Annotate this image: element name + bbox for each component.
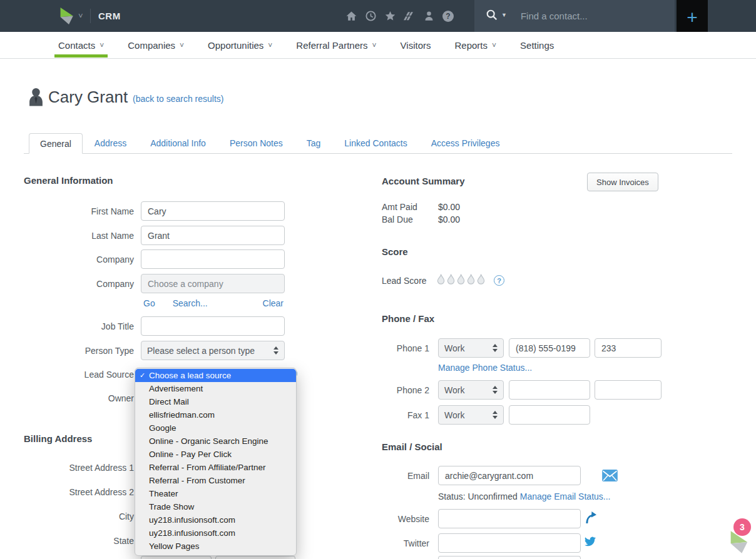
nav-item-opportunities[interactable]: Opportunities˅ — [208, 32, 272, 58]
fax1-number-field[interactable] — [509, 405, 590, 425]
brand-divider — [90, 9, 91, 23]
twitter-icon[interactable] — [583, 536, 597, 550]
lead-source-option-label: Yellow Pages — [149, 541, 200, 551]
street-address-2-label: Street Address 2 — [24, 487, 134, 497]
account-summary-heading: Account Summary — [382, 176, 465, 186]
tab-person-notes[interactable]: Person Notes — [218, 133, 295, 153]
partial-input[interactable] — [141, 556, 212, 559]
apps-icon[interactable] — [404, 10, 416, 22]
website-field[interactable] — [438, 509, 581, 528]
chevron-down-icon: ˅ — [492, 41, 496, 50]
search-icon[interactable] — [486, 9, 498, 24]
open-website-arrow-icon[interactable] — [585, 511, 597, 527]
lead-source-option-ellisfriedman-com[interactable]: ellisfriedman.com — [135, 408, 296, 421]
lead-score-label: Lead Score — [382, 276, 427, 286]
bal-due-label: Bal Due — [382, 214, 413, 224]
manage-email-status-link[interactable]: Manage Email Status... — [520, 491, 611, 501]
phone1-number-field[interactable] — [509, 338, 590, 358]
user-icon[interactable] — [423, 10, 435, 22]
company-picker-label: Company — [24, 279, 134, 289]
first-name-field[interactable] — [141, 201, 285, 221]
lead-source-label: Lead Source — [24, 370, 134, 380]
lead-source-option-online-pay-per-click[interactable]: Online - Pay Per Click — [135, 448, 296, 461]
go-link[interactable]: Go — [143, 298, 155, 308]
phone2-number-field[interactable] — [509, 380, 590, 400]
phone2-ext-field[interactable] — [595, 380, 662, 400]
fax1-label: Fax 1 — [319, 410, 429, 420]
lead-source-option-referral-from-customer[interactable]: Referral - From Customer — [135, 474, 296, 487]
lead-source-option-advertisement[interactable]: Advertisement — [135, 382, 296, 395]
partial-input[interactable] — [215, 556, 295, 559]
lead-score-help-icon[interactable]: ? — [494, 275, 504, 286]
job-title-field[interactable] — [141, 316, 285, 336]
add-button[interactable]: + — [677, 0, 708, 34]
phone1-ext-field[interactable] — [595, 338, 662, 358]
lead-source-dropdown: ✓Choose a lead sourceAdvertisementDirect… — [135, 368, 297, 556]
lead-source-option-google[interactable]: Google — [135, 421, 296, 435]
lead-source-option-label: Choose a lead source — [149, 371, 231, 380]
tab-address[interactable]: Address — [83, 133, 138, 153]
company-field[interactable] — [141, 249, 285, 269]
phone2-type-select[interactable]: Work — [438, 380, 504, 400]
clock-icon[interactable] — [365, 10, 377, 22]
fax1-type-value: Work — [444, 410, 489, 420]
nav-item-contacts[interactable]: Contacts˅ — [58, 32, 104, 58]
phone1-label: Phone 1 — [319, 343, 429, 353]
infusionsoft-logo-icon[interactable] — [59, 6, 76, 29]
manage-phone-status-link[interactable]: Manage Phone Status... — [438, 363, 532, 373]
lead-source-option-label: Advertisement — [149, 384, 203, 393]
lead-source-option-yellow-pages[interactable]: Yellow Pages — [135, 540, 296, 553]
search-input[interactable] — [521, 11, 652, 21]
record-tabs: GeneralAddressAdditional InfoPerson Note… — [24, 133, 732, 154]
select-stepper-icon — [273, 346, 278, 355]
lead-source-option-trade-show[interactable]: Trade Show — [135, 500, 296, 513]
lead-source-option-direct-mail[interactable]: Direct Mail — [135, 395, 296, 408]
lead-source-option-online-organic-search-engine[interactable]: Online - Organic Search Engine — [135, 435, 296, 448]
star-icon[interactable] — [384, 10, 396, 22]
fax1-type-select[interactable]: Work — [438, 405, 504, 425]
search-link[interactable]: Search... — [173, 298, 208, 308]
show-invoices-button[interactable]: Show Invoices — [587, 173, 658, 191]
lead-source-option-label: Online - Pay Per Click — [149, 450, 232, 459]
lead-source-option-choose-a-lead-source[interactable]: ✓Choose a lead source — [135, 369, 296, 382]
nav-item-settings[interactable]: Settings — [520, 32, 554, 58]
nav-item-reports[interactable]: Reports˅ — [454, 32, 496, 58]
flame-icon — [466, 273, 476, 288]
lead-source-option-uy218-infusionsoft-com[interactable]: uy218.infusionsoft.com — [135, 526, 296, 540]
lead-source-option-label: Theater — [149, 489, 178, 498]
amt-paid-value: $0.00 — [438, 202, 460, 212]
lead-source-option-label: uy218.infusionsoft.com — [149, 528, 235, 538]
tab-linked-contacts[interactable]: Linked Contacts — [332, 133, 419, 153]
search-options-caret-icon[interactable]: ▼ — [501, 12, 507, 18]
nav-item-visitors[interactable]: Visitors — [401, 32, 431, 58]
select-stepper-icon — [493, 386, 498, 394]
back-to-search-link[interactable]: (back to search results) — [133, 94, 224, 104]
tab-additional-info[interactable]: Additional Info — [138, 133, 218, 153]
state-label: State — [24, 536, 134, 546]
lead-source-option-theater[interactable]: Theater — [135, 487, 296, 500]
tab-general[interactable]: General — [29, 133, 83, 154]
home-icon[interactable] — [345, 10, 357, 22]
nav-item-referral-partners[interactable]: Referral Partners˅ — [296, 32, 376, 58]
last-name-field[interactable] — [141, 226, 285, 245]
company-picker-field[interactable]: Choose a company — [141, 274, 285, 293]
email-label: Email — [319, 471, 429, 481]
phone1-type-select[interactable]: Work — [438, 338, 504, 358]
send-email-icon[interactable] — [602, 470, 618, 484]
twitter-field[interactable] — [438, 533, 581, 553]
email-field[interactable] — [438, 466, 581, 485]
lead-source-option-uy218-infusionsoft-com[interactable]: uy218.infusionsoft.com — [135, 513, 296, 526]
app-switcher-chevron-down-icon[interactable]: ˅ — [78, 11, 83, 21]
main-nav-items: Contacts˅Companies˅Opportunities˅Referra… — [0, 32, 756, 58]
nav-item-companies[interactable]: Companies˅ — [128, 32, 184, 58]
lead-source-option-label: ellisfriedman.com — [149, 410, 215, 420]
clear-link[interactable]: Clear — [263, 298, 284, 308]
partial-input[interactable] — [438, 556, 581, 559]
lead-source-option-referral-from-affiliate-partner[interactable]: Referral - From Affiliate/Partner — [135, 461, 296, 474]
tab-access-privileges[interactable]: Access Privileges — [419, 133, 512, 153]
tab-tag[interactable]: Tag — [295, 133, 333, 153]
help-icon[interactable]: ? — [442, 11, 454, 22]
nav-item-label: Reports — [454, 40, 488, 51]
notification-badge[interactable]: 3 — [733, 518, 751, 536]
person-type-select[interactable]: Please select a person type — [141, 341, 285, 360]
